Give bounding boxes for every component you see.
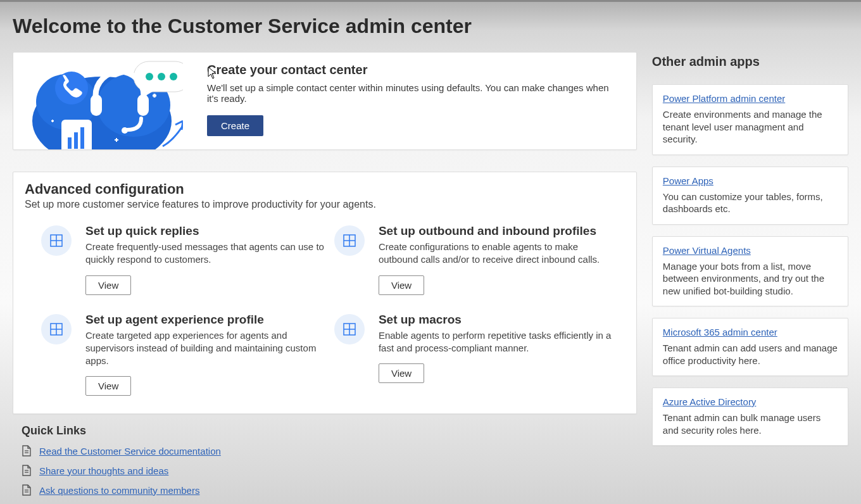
contact-center-illustration bbox=[13, 53, 188, 149]
quick-link-documentation[interactable]: Read the Customer Service documentation bbox=[39, 446, 221, 457]
app-desc: Tenant admin can bulk manage users and s… bbox=[663, 412, 838, 436]
quick-link-item: Ask questions to community members bbox=[22, 484, 637, 496]
svg-rect-14 bbox=[80, 127, 84, 149]
app-desc: You can customize your tables, forms, da… bbox=[663, 191, 838, 215]
page-title: Welcome to the Customer Service admin ce… bbox=[13, 15, 848, 38]
quick-link-item: Share your thoughts and ideas bbox=[22, 465, 637, 476]
svg-rect-8 bbox=[137, 94, 149, 116]
feature-outbound-inbound-profiles: Set up outbound and inbound profiles Cre… bbox=[334, 224, 621, 295]
hero-heading: Create your contact center bbox=[207, 63, 621, 77]
quick-links-section: Quick Links Read the Customer Service do… bbox=[13, 424, 637, 496]
feature-title: Set up quick replies bbox=[85, 224, 326, 238]
app-link-power-virtual-agents[interactable]: Power Virtual Agents bbox=[663, 245, 751, 256]
view-button[interactable]: View bbox=[379, 275, 424, 295]
grid-icon bbox=[41, 225, 72, 256]
app-desc: Create environments and manage the tenan… bbox=[663, 108, 838, 146]
svg-rect-13 bbox=[74, 132, 78, 149]
svg-point-6 bbox=[170, 73, 177, 80]
app-card-power-apps: Power Apps You can customize your tables… bbox=[652, 167, 848, 225]
svg-point-10 bbox=[55, 72, 88, 104]
feature-quick-replies: Set up quick replies Create frequently-u… bbox=[41, 224, 328, 295]
app-card-power-virtual-agents: Power Virtual Agents Manage your bots fr… bbox=[652, 236, 848, 307]
app-link-azure-ad[interactable]: Azure Active Directory bbox=[663, 396, 757, 407]
app-card-azure-ad: Azure Active Directory Tenant admin can … bbox=[652, 387, 848, 446]
grid-icon bbox=[334, 314, 365, 344]
view-button[interactable]: View bbox=[379, 363, 424, 383]
quick-link-community[interactable]: Ask questions to community members bbox=[39, 485, 199, 496]
svg-rect-7 bbox=[91, 94, 102, 116]
feature-desc: Create frequently-used messages that age… bbox=[85, 241, 326, 267]
document-icon bbox=[22, 484, 32, 496]
feature-desc: Enable agents to perform repetitive task… bbox=[379, 329, 619, 355]
view-button[interactable]: View bbox=[85, 376, 131, 396]
app-card-power-platform: Power Platform admin center Create envir… bbox=[652, 84, 848, 155]
quick-link-feedback[interactable]: Share your thoughts and ideas bbox=[39, 465, 168, 476]
app-link-power-platform[interactable]: Power Platform admin center bbox=[663, 93, 785, 104]
svg-point-4 bbox=[146, 73, 153, 80]
feature-title: Set up macros bbox=[379, 313, 619, 327]
create-contact-center-card: Create your contact center We'll set up … bbox=[13, 52, 637, 150]
advanced-heading: Advanced configuration bbox=[25, 181, 621, 198]
grid-icon bbox=[334, 225, 365, 256]
grid-icon bbox=[41, 314, 72, 344]
feature-title: Set up agent experience profile bbox=[85, 313, 326, 327]
document-icon bbox=[22, 465, 32, 476]
document-icon bbox=[22, 445, 32, 457]
feature-desc: Create configurations to enable agents t… bbox=[379, 241, 619, 267]
feature-macros: Set up macros Enable agents to perform r… bbox=[334, 313, 621, 396]
app-card-m365-admin: Microsoft 365 admin center Tenant admin … bbox=[652, 318, 848, 376]
svg-point-5 bbox=[158, 73, 165, 80]
feature-title: Set up outbound and inbound profiles bbox=[379, 224, 619, 238]
advanced-subtitle: Set up more customer service features to… bbox=[25, 199, 621, 210]
advanced-configuration-card: Advanced configuration Set up more custo… bbox=[13, 172, 637, 414]
create-button[interactable]: Create bbox=[207, 115, 263, 136]
quick-link-item: Read the Customer Service documentation bbox=[22, 445, 637, 457]
svg-point-9 bbox=[122, 127, 128, 134]
quick-links-heading: Quick Links bbox=[22, 424, 637, 438]
other-admin-apps-heading: Other admin apps bbox=[652, 54, 848, 69]
app-desc: Manage your bots from a list, move betwe… bbox=[663, 260, 838, 298]
feature-agent-experience-profile: Set up agent experience profile Create t… bbox=[41, 313, 328, 396]
feature-desc: Create targeted app experiences for agen… bbox=[85, 329, 326, 368]
app-link-m365-admin[interactable]: Microsoft 365 admin center bbox=[663, 327, 777, 337]
view-button[interactable]: View bbox=[85, 275, 131, 295]
app-link-power-apps[interactable]: Power Apps bbox=[663, 175, 713, 186]
app-desc: Tenant admin can add users and manage of… bbox=[663, 342, 838, 367]
hero-text: We'll set up a simple contact center wit… bbox=[207, 82, 621, 104]
svg-rect-12 bbox=[68, 137, 72, 149]
